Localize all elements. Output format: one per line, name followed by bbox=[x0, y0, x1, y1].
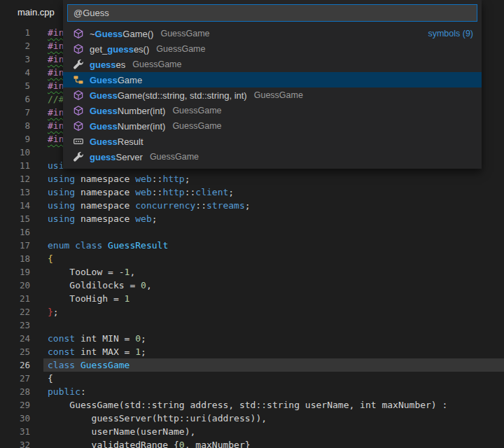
code-line[interactable]: 29 GuessGame(std::string address, std::s… bbox=[0, 398, 504, 412]
class-icon bbox=[73, 74, 84, 85]
code-line[interactable]: 26class GuessGame bbox=[0, 358, 504, 372]
line-number[interactable]: 1 bbox=[0, 26, 43, 39]
line-number[interactable]: 11 bbox=[0, 159, 43, 172]
line-number[interactable]: 32 bbox=[0, 438, 43, 448]
code-line[interactable]: 21 TooHigh = 1 bbox=[0, 292, 504, 305]
line-number[interactable]: 13 bbox=[0, 186, 43, 199]
code-token: :: bbox=[195, 200, 206, 211]
symbol-label-text: Game() bbox=[122, 29, 153, 39]
line-number[interactable]: 25 bbox=[0, 345, 43, 358]
code-token: ; bbox=[141, 333, 146, 344]
line-number[interactable]: 23 bbox=[0, 318, 43, 332]
code-line-text[interactable]: class GuessGame bbox=[43, 358, 504, 372]
symbol-item[interactable]: GuessResult bbox=[63, 134, 482, 149]
line-number[interactable]: 27 bbox=[0, 372, 43, 385]
code-line-text[interactable]: GuessGame(std::string address, std::stri… bbox=[43, 398, 504, 412]
line-number[interactable]: 21 bbox=[0, 292, 43, 305]
code-line-text[interactable]: using namespace concurrency::streams; bbox=[43, 199, 504, 212]
quick-open-input[interactable] bbox=[67, 4, 477, 22]
symbol-results-list: ~GuessGame()GuessGamesymbols (9)get_gues… bbox=[63, 26, 482, 164]
code-line[interactable]: 17enum class GuessResult bbox=[0, 239, 504, 252]
code-line[interactable]: 18{ bbox=[0, 252, 504, 265]
code-line[interactable]: 15using namespace web; bbox=[0, 212, 504, 225]
line-number[interactable]: 9 bbox=[0, 132, 43, 146]
symbol-item[interactable]: guessesGuessGame bbox=[63, 57, 482, 72]
code-line[interactable]: 20 Goldilocks = 0, bbox=[0, 279, 504, 292]
code-line[interactable]: 13using namespace web::http::client; bbox=[0, 186, 504, 199]
code-line[interactable]: 31 userName(userName), bbox=[0, 425, 504, 438]
code-line-text[interactable]: public: bbox=[43, 385, 504, 398]
line-number[interactable]: 5 bbox=[0, 79, 43, 92]
code-token: concurrency bbox=[135, 200, 195, 211]
code-line-text[interactable]: const int MIN = 0; bbox=[43, 332, 504, 345]
symbol-container-label: GuessGame bbox=[160, 29, 209, 38]
symbol-item[interactable]: get_guesses()GuessGame bbox=[63, 41, 482, 57]
line-number[interactable]: 3 bbox=[0, 52, 43, 66]
code-line-text[interactable]: using namespace web::http::client; bbox=[43, 186, 504, 199]
line-number[interactable]: 29 bbox=[0, 398, 43, 412]
symbol-label-match: Guess bbox=[90, 90, 118, 101]
symbol-label: GuessNumber(int) bbox=[90, 121, 165, 132]
code-line-text[interactable]: enum class GuessResult bbox=[43, 239, 504, 252]
code-token: { bbox=[48, 253, 53, 264]
code-line-text[interactable] bbox=[43, 225, 504, 239]
symbol-item[interactable]: GuessGame bbox=[63, 72, 482, 88]
line-number[interactable]: 16 bbox=[0, 225, 43, 239]
code-line-text[interactable]: const int MAX = 1; bbox=[43, 345, 504, 358]
code-line[interactable]: 12using namespace web::http; bbox=[0, 172, 504, 186]
code-line-text[interactable] bbox=[43, 318, 504, 332]
code-line[interactable]: 19 TooLow = -1, bbox=[0, 265, 504, 279]
line-number[interactable]: 31 bbox=[0, 425, 43, 438]
code-line-text[interactable]: guessServer(http::uri(address)), bbox=[43, 412, 504, 425]
line-number[interactable]: 10 bbox=[0, 146, 43, 159]
code-line[interactable]: 23 bbox=[0, 318, 504, 332]
line-number[interactable]: 22 bbox=[0, 305, 43, 318]
code-line[interactable]: 30 guessServer(http::uri(address)), bbox=[0, 412, 504, 425]
line-number[interactable]: 30 bbox=[0, 412, 43, 425]
line-number[interactable]: 18 bbox=[0, 252, 43, 265]
line-number[interactable]: 6 bbox=[0, 92, 43, 106]
line-number[interactable]: 19 bbox=[0, 265, 43, 279]
line-number[interactable]: 14 bbox=[0, 199, 43, 212]
code-line-text[interactable]: TooLow = -1, bbox=[43, 265, 504, 279]
code-line-text[interactable]: }; bbox=[43, 305, 504, 318]
code-line[interactable]: 32 validatedRange {0, maxNumber} bbox=[0, 438, 504, 448]
line-number[interactable]: 20 bbox=[0, 279, 43, 292]
line-number[interactable]: 28 bbox=[0, 385, 43, 398]
tab-main-cpp[interactable]: main.cpp bbox=[0, 0, 55, 24]
code-line-text[interactable]: using namespace web::http; bbox=[43, 172, 504, 186]
line-number[interactable]: 26 bbox=[0, 358, 43, 372]
code-line-text[interactable]: validatedRange {0, maxNumber} bbox=[43, 438, 504, 448]
code-line-text[interactable]: { bbox=[43, 252, 504, 265]
line-number[interactable]: 8 bbox=[0, 119, 43, 132]
line-number[interactable]: 7 bbox=[0, 106, 43, 119]
symbol-item[interactable]: GuessNumber(int)GuessGame bbox=[63, 103, 482, 118]
symbol-label: GuessGame bbox=[90, 75, 142, 85]
code-line[interactable]: 14using namespace concurrency::streams; bbox=[0, 199, 504, 212]
symbol-item[interactable]: GuessGame(std::string, std::string, int)… bbox=[63, 88, 482, 103]
line-number[interactable]: 24 bbox=[0, 332, 43, 345]
line-number[interactable]: 15 bbox=[0, 212, 43, 225]
symbol-item[interactable]: GuessNumber(int)GuessGame bbox=[63, 118, 482, 134]
code-line-text[interactable]: { bbox=[43, 372, 504, 385]
quick-open-widget: ~GuessGame()GuessGamesymbols (9)get_gues… bbox=[63, 0, 482, 169]
code-line-text[interactable]: using namespace web; bbox=[43, 212, 504, 225]
code-line[interactable]: 27{ bbox=[0, 372, 504, 385]
symbol-item[interactable]: guessServerGuessGame bbox=[63, 149, 482, 164]
symbol-label-match: Guess bbox=[95, 29, 123, 39]
code-line-text[interactable]: TooHigh = 1 bbox=[43, 292, 504, 305]
code-line-text[interactable]: userName(userName), bbox=[43, 425, 504, 438]
symbol-item[interactable]: ~GuessGame()GuessGamesymbols (9) bbox=[63, 26, 482, 41]
code-line[interactable]: 24const int MIN = 0; bbox=[0, 332, 504, 345]
symbol-label: get_guesses() bbox=[90, 44, 149, 55]
code-line[interactable]: 28public: bbox=[0, 385, 504, 398]
code-line[interactable]: 25const int MAX = 1; bbox=[0, 345, 504, 358]
line-number[interactable]: 4 bbox=[0, 66, 43, 79]
line-number[interactable]: 2 bbox=[0, 39, 43, 52]
code-line[interactable]: 16 bbox=[0, 225, 504, 239]
line-number[interactable]: 12 bbox=[0, 172, 43, 186]
code-token: class bbox=[75, 240, 102, 251]
line-number[interactable]: 17 bbox=[0, 239, 43, 252]
code-line[interactable]: 22}; bbox=[0, 305, 504, 318]
code-line-text[interactable]: Goldilocks = 0, bbox=[43, 279, 504, 292]
